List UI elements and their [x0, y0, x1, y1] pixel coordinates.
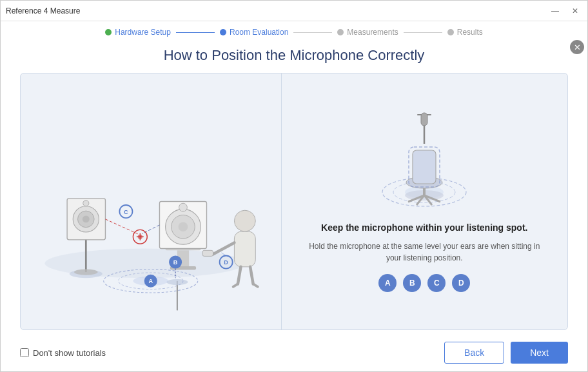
badge-b: B	[403, 274, 421, 292]
close-button[interactable]: ✕	[568, 5, 582, 17]
step-line-3	[404, 32, 442, 33]
svg-text:D: D	[224, 259, 228, 266]
illustration-container: A B C	[20, 73, 568, 330]
svg-point-7	[83, 215, 90, 222]
svg-text:B: B	[173, 259, 178, 266]
footer: Don't show tutorials Back Next	[1, 337, 587, 371]
svg-rect-36	[234, 231, 255, 267]
title-bar: Reference 4 Measure — ✕	[1, 1, 587, 21]
step-hardware-setup: Hardware Setup	[105, 28, 171, 37]
step-label-measurements: Measurements	[347, 28, 398, 37]
step-label-room: Room Evaluation	[230, 28, 288, 37]
content-area: How to Position the Microphone Correctly	[1, 41, 587, 337]
svg-line-17	[105, 219, 137, 234]
chair-illustration-svg	[373, 112, 476, 215]
right-panel-description: Hold the microphone at the same level yo…	[301, 240, 549, 264]
svg-line-41	[233, 284, 238, 287]
svg-line-39	[238, 267, 241, 284]
illustration-right: Keep the microphone within your listenin…	[282, 73, 568, 329]
dont-show-tutorials-text: Don't show tutorials	[33, 348, 106, 358]
step-measurements: Measurements	[337, 28, 398, 37]
stepper: Hardware Setup Room Evaluation Measureme…	[1, 21, 587, 41]
badge-a: A	[378, 274, 397, 292]
right-panel-title: Keep the microphone within your listenin…	[321, 222, 527, 233]
svg-point-15	[179, 222, 188, 231]
step-dot-results	[447, 29, 454, 35]
illustration-left: A B C	[21, 73, 282, 329]
badge-row: A B C D	[378, 274, 470, 292]
footer-buttons: Back Next	[444, 342, 568, 364]
svg-rect-38	[202, 250, 213, 256]
back-button[interactable]: Back	[444, 342, 504, 364]
svg-text:A: A	[148, 278, 153, 284]
step-dot-hardware	[105, 29, 112, 35]
svg-rect-48	[421, 113, 427, 126]
left-illustration-svg: A B C	[27, 80, 275, 323]
close-x-button[interactable]: ✕	[570, 40, 584, 54]
svg-line-18	[142, 225, 159, 234]
svg-point-16	[179, 203, 188, 211]
page-title: How to Position the Microphone Correctly	[20, 47, 568, 64]
minimize-button[interactable]: —	[547, 5, 563, 17]
svg-line-42	[253, 284, 258, 287]
step-label-results: Results	[457, 28, 483, 37]
step-label-hardware: Hardware Setup	[115, 28, 171, 37]
app-window: Reference 4 Measure — ✕ Hardware Setup R…	[0, 0, 588, 372]
svg-text:C: C	[124, 209, 128, 215]
badge-d: D	[452, 274, 470, 292]
svg-point-33	[138, 235, 142, 239]
step-dot-room	[220, 29, 226, 35]
window-title: Reference 4 Measure	[6, 6, 80, 15]
svg-line-37	[213, 242, 235, 254]
step-line-2	[293, 32, 332, 33]
svg-rect-59	[413, 150, 436, 184]
title-bar-controls: — ✕	[547, 5, 582, 17]
svg-point-8	[83, 201, 89, 206]
svg-point-35	[234, 210, 255, 231]
svg-point-3	[74, 269, 98, 275]
step-room-evaluation: Room Evaluation	[220, 28, 288, 37]
badge-c: C	[427, 274, 446, 292]
svg-point-20	[166, 279, 188, 285]
dont-show-tutorials-label[interactable]: Don't show tutorials	[20, 348, 106, 358]
step-dot-measurements	[337, 29, 344, 35]
next-button[interactable]: Next	[511, 342, 568, 364]
step-line-1	[176, 32, 215, 33]
dont-show-tutorials-checkbox[interactable]	[20, 348, 29, 357]
svg-line-40	[250, 267, 253, 284]
step-results: Results	[447, 28, 483, 37]
